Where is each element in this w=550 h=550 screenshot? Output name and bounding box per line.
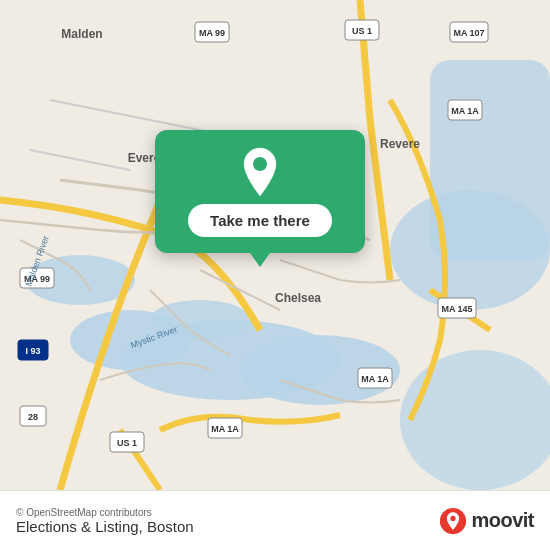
take-me-there-button[interactable]: Take me there xyxy=(188,204,332,237)
svg-text:MA 107: MA 107 xyxy=(453,28,484,38)
moovit-icon xyxy=(439,507,467,535)
svg-text:28: 28 xyxy=(28,412,38,422)
svg-text:MA 1A: MA 1A xyxy=(211,424,239,434)
bottom-bar: © OpenStreetMap contributors Elections &… xyxy=(0,490,550,550)
svg-text:Chelsea: Chelsea xyxy=(275,291,321,305)
svg-point-37 xyxy=(253,157,267,171)
svg-text:Revere: Revere xyxy=(380,137,420,151)
svg-point-39 xyxy=(451,515,456,520)
svg-text:US 1: US 1 xyxy=(117,438,137,448)
bottom-info: © OpenStreetMap contributors Elections &… xyxy=(16,507,194,535)
svg-text:MA 99: MA 99 xyxy=(199,28,225,38)
attribution: © OpenStreetMap contributors xyxy=(16,507,194,518)
map-container: US 1 MA 99 MA 107 MA 1A MA 99 I 93 MA 1A… xyxy=(0,0,550,490)
moovit-brand-text: moovit xyxy=(471,509,534,532)
svg-text:Malden: Malden xyxy=(61,27,102,41)
svg-text:I 93: I 93 xyxy=(25,346,40,356)
location-popup: Take me there xyxy=(155,130,365,253)
svg-text:MA 1A: MA 1A xyxy=(361,374,389,384)
svg-text:MA 145: MA 145 xyxy=(441,304,472,314)
location-label: Elections & Listing, Boston xyxy=(16,518,194,535)
moovit-logo: moovit xyxy=(439,507,534,535)
svg-text:MA 1A: MA 1A xyxy=(451,106,479,116)
pin-icon xyxy=(236,148,284,196)
svg-point-6 xyxy=(390,190,550,310)
svg-text:US 1: US 1 xyxy=(352,26,372,36)
